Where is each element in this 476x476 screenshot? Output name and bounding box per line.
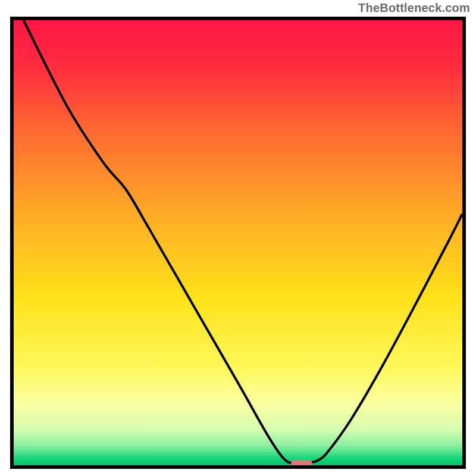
chart-container: TheBottleneck.com (0, 0, 476, 476)
attribution-text: TheBottleneck.com (358, 1, 470, 15)
plot-frame (10, 17, 466, 469)
